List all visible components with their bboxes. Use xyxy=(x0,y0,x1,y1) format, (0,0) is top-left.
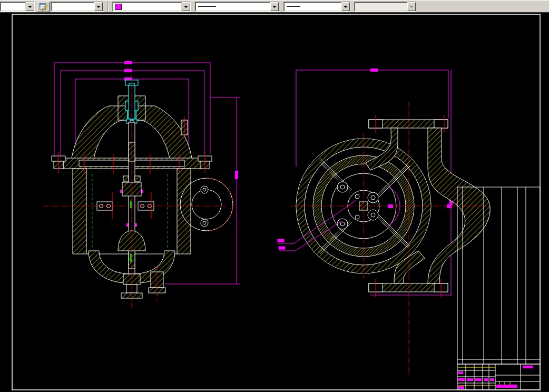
chevron-down-icon xyxy=(344,6,348,8)
linetype-combo[interactable] xyxy=(195,2,279,12)
style-manager-button[interactable] xyxy=(37,2,50,12)
chevron-down-icon xyxy=(96,6,101,8)
title-block xyxy=(457,364,540,390)
autocad-window: { "toolbar": { "style_combo": {"label": … xyxy=(0,0,549,392)
text-style-combo-arrow[interactable] xyxy=(94,2,103,11)
color-combo[interactable] xyxy=(112,2,191,12)
color-combo-arrow[interactable] xyxy=(182,2,190,11)
text-style-combo[interactable] xyxy=(51,2,103,12)
drawing-canvas[interactable] xyxy=(0,13,549,392)
plot-style-combo xyxy=(354,2,416,12)
linetype-glyph xyxy=(198,6,216,7)
style-manager-icon xyxy=(39,3,47,11)
chevron-down-icon xyxy=(184,6,188,8)
chevron-down-icon xyxy=(272,6,277,8)
main-section-view xyxy=(43,61,240,308)
toolbar-separator xyxy=(107,2,109,12)
lineweight-combo-arrow[interactable] xyxy=(341,2,350,11)
layer-combo-arrow[interactable] xyxy=(26,2,34,11)
chevron-down-icon xyxy=(409,6,414,8)
volute-section-view xyxy=(278,68,490,375)
linetype-combo-arrow[interactable] xyxy=(270,2,279,11)
lineweight-combo[interactable] xyxy=(283,2,350,12)
properties-toolbar xyxy=(0,0,549,13)
color-swatch-magenta xyxy=(115,4,122,10)
layer-combo[interactable] xyxy=(0,2,35,12)
plot-style-combo-arrow xyxy=(407,2,416,11)
chevron-down-icon xyxy=(28,6,32,8)
lineweight-glyph xyxy=(287,6,300,7)
